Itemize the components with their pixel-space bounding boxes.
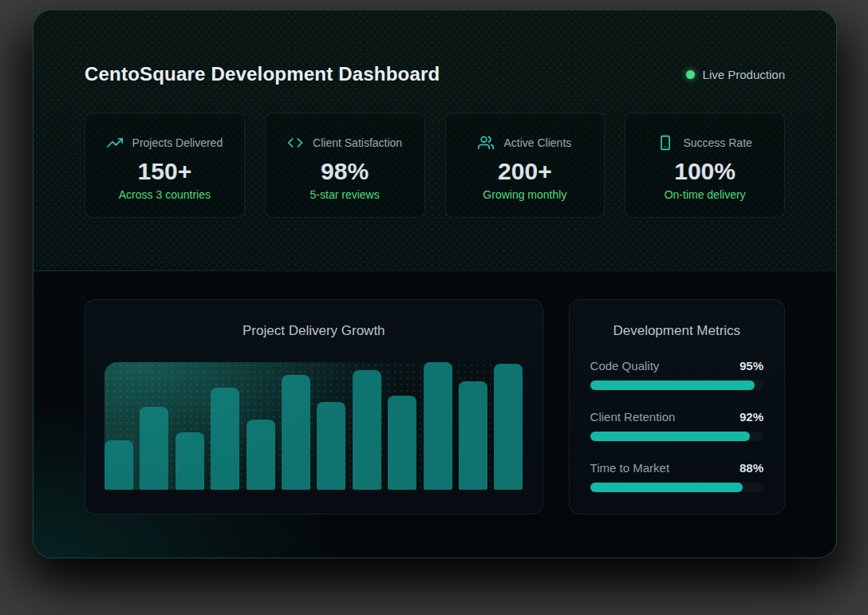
metric-label: Client Retention: [590, 410, 676, 424]
stat-card-label: Client Satisfaction: [313, 136, 402, 149]
chart-bar: [494, 364, 523, 490]
stat-card-value: 200+: [498, 158, 552, 184]
bar-chart-plot: [105, 362, 523, 490]
metrics-title: Development Metrics: [590, 323, 763, 339]
metric-code-quality: Code Quality 95%: [590, 359, 763, 390]
metric-line: Code Quality 95%: [590, 359, 763, 373]
smartphone-icon: [657, 135, 673, 151]
stat-card-active-clients: Active Clients 200+ Growing monthly: [445, 112, 606, 218]
chart-bar: [353, 370, 381, 490]
stat-card-header: Active Clients: [478, 134, 571, 152]
chart-title: Project Delivery Growth: [105, 323, 523, 339]
page-title: CentoSquare Development Dashboard: [85, 63, 440, 85]
metric-line: Time to Market 88%: [590, 461, 763, 475]
page: { "header": { "title": "CentoSquare Deve…: [0, 0, 868, 615]
stat-card-label: Active Clients: [503, 136, 571, 149]
status-badge: Live Production: [686, 68, 785, 81]
stat-card-value: 98%: [321, 158, 369, 184]
stat-card-projects-delivered: Projects Delivered 150+ Across 3 countri…: [85, 112, 245, 218]
dashboard-window: CentoSquare Development Dashboard Live P…: [33, 10, 837, 558]
progress-track: [590, 483, 763, 492]
progress-fill: [590, 432, 750, 441]
live-dot-icon: [686, 70, 695, 79]
stat-card-subtitle: Across 3 countries: [119, 188, 211, 201]
users-icon: [478, 135, 494, 151]
stat-card-header: Client Satisfaction: [287, 134, 402, 152]
stat-card-client-satisfaction: Client Satisfaction 98% 5-star reviews: [265, 112, 425, 218]
status-label: Live Production: [703, 68, 785, 81]
metric-line: Client Retention 92%: [590, 410, 763, 424]
code-icon: [287, 135, 303, 151]
chart-bar: [317, 402, 345, 490]
chart-bar: [105, 440, 133, 490]
stat-card-subtitle: 5-star reviews: [310, 188, 380, 201]
metric-value: 92%: [740, 410, 763, 424]
chart-bar: [211, 388, 239, 490]
metric-value: 88%: [740, 461, 763, 475]
chart-bar: [459, 381, 487, 490]
chart-bar: [388, 396, 416, 490]
metric-value: 95%: [740, 359, 763, 373]
chart-bar: [247, 420, 275, 490]
stat-card-label: Projects Delivered: [132, 136, 223, 149]
header-row: CentoSquare Development Dashboard Live P…: [85, 63, 785, 85]
progress-track: [590, 432, 763, 441]
stat-card-label: Success Rate: [683, 136, 752, 149]
content-section: Project Delivery Growth Development Metr…: [34, 270, 836, 558]
stat-card-success-rate: Success Rate 100% On-time delivery: [625, 112, 785, 218]
metric-time-to-market: Time to Market 88%: [590, 461, 763, 492]
stat-card-header: Success Rate: [657, 134, 752, 152]
chart-bar: [282, 375, 310, 490]
stat-card-value: 100%: [674, 158, 736, 184]
chart-panel: Project Delivery Growth: [85, 299, 543, 514]
chart-bar: [424, 362, 452, 490]
progress-track: [590, 380, 763, 390]
chart-bar: [140, 407, 168, 490]
stat-cards-row: Projects Delivered 150+ Across 3 countri…: [85, 112, 785, 218]
metrics-panel: Development Metrics Code Quality 95% Cli…: [569, 299, 785, 514]
chart-bar: [176, 432, 204, 490]
metric-client-retention: Client Retention 92%: [590, 410, 763, 441]
stat-card-header: Projects Delivered: [107, 134, 223, 152]
stat-card-subtitle: On-time delivery: [665, 188, 746, 201]
header-section: CentoSquare Development Dashboard Live P…: [34, 10, 836, 270]
progress-fill: [590, 483, 743, 492]
metric-label: Code Quality: [590, 359, 660, 373]
progress-fill: [590, 380, 756, 390]
stat-card-subtitle: Growing monthly: [483, 188, 566, 201]
stat-card-value: 150+: [138, 158, 192, 184]
trending-up-icon: [107, 135, 123, 151]
metric-label: Time to Market: [590, 461, 669, 475]
